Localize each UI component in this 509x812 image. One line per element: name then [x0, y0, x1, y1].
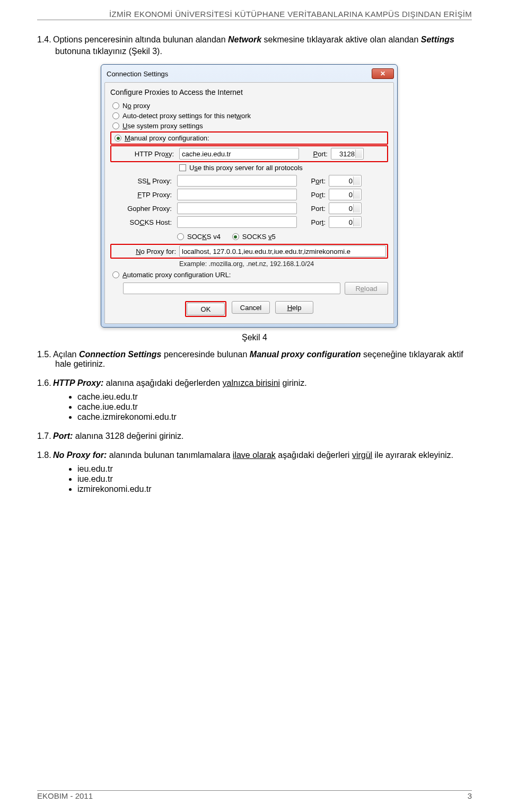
ftp-proxy-input[interactable] [177, 189, 297, 200]
auto-url-input[interactable] [123, 283, 340, 294]
txt: Options penceresinin altında bulunan ala… [53, 35, 228, 44]
close-button[interactable]: ✕ [372, 68, 394, 79]
list-item: cache.iue.edu.tr [77, 402, 472, 412]
socks-label: SOCKS Host: [123, 218, 174, 226]
list-item: ieu.edu.tr [77, 464, 472, 474]
txt: alanına 3128 değerini giriniz. [73, 431, 183, 440]
ftp-label: FTP Proxy: [123, 191, 174, 199]
txt: ile ayırarak ekleyiniz. [372, 451, 453, 460]
checkbox-icon [179, 164, 186, 171]
socks-host-input[interactable] [177, 216, 297, 228]
ok-button[interactable]: OK [187, 303, 225, 315]
em: Network [228, 35, 261, 44]
radio-auto-url[interactable]: Automatic proxy configuration URL: [110, 270, 388, 280]
ssl-proxy-row: SSL Proxy: Port: 0 [123, 174, 388, 188]
help-button[interactable]: Help [275, 301, 313, 314]
em: No Proxy for: [53, 451, 107, 460]
reload-button[interactable]: Reload [345, 282, 388, 295]
em: HTTP Proxy: [53, 378, 103, 387]
ssl-proxy-input[interactable] [177, 175, 297, 187]
gopher-port-input[interactable]: 0 [329, 202, 362, 214]
radio-label: SOCKS v5 [242, 233, 276, 241]
http-port-input[interactable]: 3128 [331, 148, 364, 160]
radio-system-proxy[interactable]: Use system proxy settings [110, 121, 388, 131]
http-proxy-input[interactable]: cache.ieu.edu.tr [179, 148, 299, 160]
u: virgül [352, 451, 372, 460]
radio-socks-v5[interactable]: SOCKS v5 [232, 233, 276, 241]
port-label: Port: [300, 191, 326, 199]
ftp-proxy-row: FTP Proxy: Port: 0 [123, 188, 388, 201]
radio-label: Use system proxy settings [122, 122, 203, 130]
radio-manual-proxy[interactable]: Manual proxy configuration: [112, 133, 386, 143]
port-label: Port: [300, 177, 326, 185]
socks-proxy-row: SOCKS Host: Port: 0 [123, 215, 388, 229]
highlight-manual-proxy: Manual proxy configuration: [110, 131, 388, 145]
list-item: izmirekonomi.edu.tr [77, 484, 472, 494]
txt: giriniz. [280, 378, 307, 387]
no-proxy-label: No Proxy for: [125, 248, 176, 255]
port-label: Port: [300, 218, 326, 226]
dialog-button-row: OK Cancel Help [110, 301, 388, 317]
gopher-proxy-input[interactable] [177, 202, 297, 214]
use-all-protocols-check[interactable]: Use this proxy server for all protocols [177, 163, 388, 173]
txt: Açılan [53, 350, 79, 359]
http-proxy-row: HTTP Proxy: cache.ieu.edu.tr Port: 3128 [125, 147, 386, 161]
list-item: cache.ieu.edu.tr [77, 392, 472, 402]
list-item: cache.izmirekonomi.edu.tr [77, 412, 472, 422]
val: 0 [349, 191, 360, 199]
radio-icon-selected [115, 135, 121, 142]
val: 3128 [339, 150, 362, 158]
pane-heading: Configure Proxies to Access the Internet [110, 88, 388, 96]
step-num: 1.4. [37, 34, 53, 46]
radio-label: Manual proxy configuration: [125, 134, 209, 142]
port-label: Port: [300, 205, 326, 213]
radio-no-proxy[interactable]: No proxy [110, 101, 388, 111]
radio-label: Automatic proxy configuration URL: [122, 271, 231, 279]
val: 0 [349, 218, 360, 226]
step-1-8: 1.8.No Proxy for: alanında bulunan tanım… [37, 451, 472, 460]
em: Port: [53, 431, 73, 440]
footer-left: EKOBIM - 2011 [37, 791, 93, 800]
highlight-http-proxy-row: HTTP Proxy: cache.ieu.edu.tr Port: 3128 [110, 145, 388, 162]
radio-auto-detect[interactable]: Auto-detect proxy settings for this netw… [110, 111, 388, 121]
figure-caption: Şekil 4 [37, 333, 472, 342]
step-1-6: 1.6.HTTP Proxy: alanına aşağıdaki değerl… [37, 378, 472, 388]
txt: penceresinde bulunan [161, 350, 249, 359]
u: yalnızca birisini [223, 378, 280, 387]
txt: alanında bulunan tanımlamalara [107, 451, 233, 460]
step-num: 1.7. [37, 431, 53, 441]
no-proxy-input[interactable]: localhost, 127.0.0.1,ieu.edu.tr,iue.edu.… [179, 245, 386, 257]
dialog-pane: Configure Proxies to Access the Internet… [104, 82, 394, 324]
val: 0 [349, 177, 360, 185]
connection-settings-window: Connection Settings ✕ Configure Proxies … [101, 64, 398, 328]
http-proxy-label: HTTP Proxy: [125, 150, 176, 158]
footer-page-number: 3 [468, 791, 472, 800]
radio-label: SOCKS v4 [187, 233, 221, 241]
ssl-port-input[interactable]: 0 [329, 175, 362, 187]
step-num: 1.8. [37, 451, 53, 460]
close-icon: ✕ [380, 70, 385, 77]
list-item: iue.edu.tr [77, 474, 472, 484]
socks-version-row: SOCKS v4 SOCKS v5 [177, 231, 388, 242]
cancel-button[interactable]: Cancel [232, 301, 270, 314]
socks-port-input[interactable]: 0 [329, 216, 362, 228]
step-1-5: 1.5.Açılan Connection Settings penceresi… [37, 350, 472, 369]
radio-socks-v4[interactable]: SOCKS v4 [177, 233, 221, 241]
page-footer: EKOBIM - 2011 3 [37, 790, 472, 800]
radio-icon-selected [232, 233, 239, 240]
step-num: 1.6. [37, 378, 53, 388]
ftp-port-input[interactable]: 0 [329, 189, 362, 200]
check-label: Use this proxy server for all protocols [189, 164, 303, 172]
txt: sekmesine tıklayarak aktive olan alandan [261, 35, 421, 44]
gopher-label: Gopher Proxy: [123, 205, 174, 213]
txt: butonuna tıklayınız (Şekil 3). [55, 47, 162, 56]
highlight-ok-button: OK [185, 301, 226, 317]
example-text: Example: .mozilla.org, .net.nz, 192.168.… [179, 259, 388, 268]
txt: aşağıdaki değerleri [276, 451, 352, 460]
radio-icon [112, 112, 119, 119]
radio-icon [112, 271, 119, 278]
bullets-1-6: cache.ieu.edu.tr cache.iue.edu.tr cache.… [77, 392, 472, 422]
radio-label: Auto-detect proxy settings for this netw… [122, 112, 251, 120]
em: Settings [421, 35, 454, 44]
step-1-7: 1.7.Port: alanına 3128 değerini giriniz. [37, 431, 472, 441]
